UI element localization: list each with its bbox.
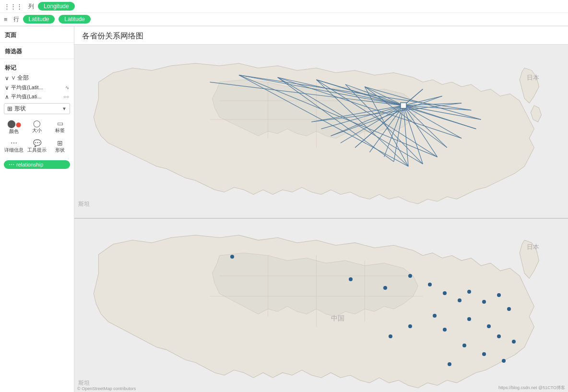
dot-9 — [482, 300, 486, 304]
top-map-panel: 日本 斯坦 — [74, 45, 568, 219]
dot-17 — [487, 324, 491, 328]
dot-23 — [448, 362, 451, 366]
dot-2 — [349, 277, 353, 281]
japan-label-top: 日本 — [527, 73, 539, 82]
marks-avg-lat1[interactable]: ∨ 平均值(Latit... ∿ — [0, 83, 74, 92]
col-icon: ⋮⋮⋮ — [4, 3, 23, 10]
col-tag-longitude[interactable]: Longitude — [38, 2, 75, 11]
svg-line-40 — [239, 75, 438, 157]
zhongguo-label: 中国 — [331, 314, 344, 323]
dot-18 — [497, 334, 501, 338]
dot-14 — [389, 334, 392, 338]
chart-title: 各省份关系网络图 — [74, 26, 568, 45]
shape2-button[interactable]: ⊞ 形状 — [49, 138, 71, 155]
row-tag-latitude1[interactable]: Latitude — [23, 15, 55, 24]
top-bar: ⋮⋮⋮ 列 Longitude ≡ 行 Latitude Latitude — [0, 0, 568, 26]
dot-7 — [458, 298, 462, 302]
svg-rect-48 — [401, 103, 406, 108]
avg-lat2-chevron: ∧ — [5, 94, 9, 100]
bottom-china-map-svg — [74, 219, 568, 392]
top-map-bg: 日本 斯坦 — [74, 45, 568, 218]
marks-avg-lat2[interactable]: ∧ 平均值(Lati... ○○ — [0, 92, 74, 101]
dot-3 — [383, 286, 387, 290]
col-label: 列 — [28, 2, 34, 11]
label-icon: ▭ — [57, 120, 63, 127]
dot-12 — [433, 314, 437, 318]
dot-13 — [408, 324, 412, 328]
label-button[interactable]: ▭ 标签 — [49, 118, 71, 137]
dot-15 — [443, 328, 447, 332]
avg-lat2-label: 平均值(Lati... — [11, 93, 42, 100]
dropdown-arrow: ▼ — [62, 106, 67, 111]
dot-6 — [443, 291, 447, 295]
sidebar: 页面 筛选器 标记 ∨ ∨ 全部 ∨ 平均值(Latit... ∿ ∧ 平均值(… — [0, 26, 74, 392]
marks-buttons-grid: ⬤⬤ 颜色 ◯ 大小 ▭ 标签 ⋯ 详细信息 💬 工具提示 ⊞ 形状 — [0, 116, 74, 157]
relationship-dots-icon: ⋯ — [9, 161, 14, 168]
size-label: 大小 — [32, 127, 42, 134]
relationship-tag[interactable]: ⋯ relationship — [4, 160, 70, 169]
avg-lat1-chevron: ∨ — [5, 84, 9, 91]
avg-lat1-icon: ∿ — [65, 85, 69, 90]
svg-line-24 — [394, 106, 403, 162]
col-row: ⋮⋮⋮ 列 Longitude — [0, 0, 568, 13]
shape-label: 形状 — [14, 105, 26, 113]
svg-line-32 — [239, 75, 471, 110]
dot-4 — [408, 274, 412, 278]
dot-8 — [467, 290, 471, 294]
row-label: 行 — [13, 15, 19, 24]
row-icon: ≡ — [4, 16, 8, 23]
dot-5 — [428, 283, 432, 286]
filter-label: 筛选器 — [0, 45, 74, 57]
dot-19 — [512, 340, 516, 344]
all-chevron: ∨ — [5, 75, 9, 82]
avg-lat2-icon: ○○ — [63, 94, 69, 99]
size-icon: ◯ — [33, 120, 41, 127]
tooltip-icon: 💬 — [33, 140, 41, 146]
shape2-label: 形状 — [55, 147, 65, 154]
watermark: https://blog.csdn.net @51CTO博客 — [498, 385, 565, 391]
label-label: 标签 — [55, 127, 65, 134]
all-label: ∨ 全部 — [11, 74, 29, 82]
japan-label-bottom: 日本 — [527, 243, 539, 251]
svg-line-41 — [239, 75, 408, 166]
main-area: 页面 筛选器 标记 ∨ ∨ 全部 ∨ 平均值(Latit... ∿ ∧ 平均值(… — [0, 26, 568, 392]
dot-22 — [502, 359, 506, 363]
shape-dropdown-label: ⊞ 形状 — [7, 105, 26, 113]
content-area: 各省份关系网络图 — [74, 26, 568, 392]
marks-label: 标记 — [0, 61, 74, 73]
bottom-map-bg: 日本 中国 斯坦 © OpenStreetMap contributors ht… — [74, 219, 568, 392]
maps-container: 日本 斯坦 — [74, 45, 568, 392]
tooltip-label: 工具提示 — [27, 147, 47, 154]
dot-1 — [230, 255, 234, 259]
row-row: ≡ 行 Latitude Latitude — [0, 13, 568, 26]
detail-label: 详细信息 — [4, 147, 24, 154]
divider1 — [0, 42, 74, 43]
color-button[interactable]: ⬤⬤ 颜色 — [3, 118, 25, 137]
color-icon: ⬤⬤ — [7, 120, 21, 128]
detail-button[interactable]: ⋯ 详细信息 — [3, 138, 25, 155]
svg-line-39 — [311, 103, 462, 122]
bottom-map-panel: 日本 中国 斯坦 © OpenStreetMap contributors ht… — [74, 219, 568, 392]
stan-label-top: 斯坦 — [78, 200, 90, 208]
relationship-label: relationship — [16, 162, 43, 167]
dot-10 — [497, 293, 501, 297]
detail-icon: ⋯ — [11, 140, 17, 146]
dot-21 — [482, 352, 486, 356]
dot-20 — [462, 344, 466, 347]
network-lines-svg — [74, 45, 568, 218]
row-tag-latitude2[interactable]: Latitude — [59, 15, 91, 24]
svg-line-44 — [316, 80, 408, 166]
dot-16 — [467, 317, 471, 321]
avg-lat1-label: 平均值(Latit... — [11, 84, 43, 91]
svg-line-7 — [239, 75, 403, 105]
size-button[interactable]: ◯ 大小 — [26, 118, 48, 137]
tooltip-button[interactable]: 💬 工具提示 — [26, 138, 48, 155]
svg-line-17 — [403, 106, 481, 119]
color-label: 颜色 — [9, 128, 19, 135]
divider2 — [0, 59, 74, 59]
marks-all[interactable]: ∨ ∨ 全部 — [0, 73, 74, 83]
shape2-icon: ⊞ — [57, 140, 63, 146]
svg-line-22 — [403, 106, 423, 164]
shape-grid-icon: ⊞ — [7, 105, 12, 112]
shape-dropdown[interactable]: ⊞ 形状 ▼ — [4, 103, 70, 114]
